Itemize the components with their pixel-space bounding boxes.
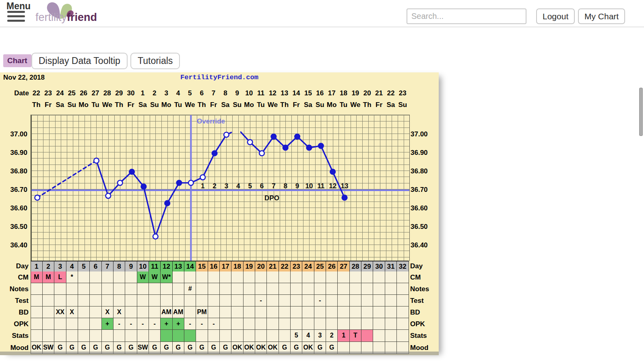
- test-cell[interactable]: [161, 295, 172, 306]
- cm-cell[interactable]: [125, 272, 137, 283]
- cm-cell[interactable]: [244, 272, 255, 283]
- bd-cell[interactable]: X: [102, 306, 114, 318]
- day-cell[interactable]: 4: [66, 261, 78, 272]
- tab-tutorials[interactable]: Tutorials: [130, 53, 180, 69]
- opk-cell[interactable]: [326, 318, 338, 330]
- notes-cell[interactable]: [208, 283, 220, 295]
- bd-cell[interactable]: [78, 306, 90, 318]
- horizontal-scrollbar[interactable]: [0, 352, 439, 355]
- day-cell[interactable]: 25: [314, 261, 326, 272]
- day-cell[interactable]: 17: [220, 261, 231, 272]
- notes-cell[interactable]: [173, 283, 184, 295]
- opk-cell[interactable]: [302, 318, 314, 330]
- stats-cell[interactable]: [137, 330, 149, 342]
- day-cell[interactable]: 12: [161, 261, 172, 272]
- opk-cell[interactable]: -: [196, 318, 208, 330]
- test-cell[interactable]: [208, 295, 220, 306]
- day-cell[interactable]: 7: [102, 261, 114, 272]
- day-cell[interactable]: 24: [302, 261, 314, 272]
- bd-cell[interactable]: [220, 306, 231, 318]
- day-cell[interactable]: 23: [291, 261, 302, 272]
- opk-cell[interactable]: [78, 318, 90, 330]
- stats-cell[interactable]: 4: [302, 330, 314, 342]
- stats-cell[interactable]: [78, 330, 90, 342]
- test-cell[interactable]: [220, 295, 231, 306]
- cm-cell[interactable]: [255, 272, 267, 283]
- opk-cell[interactable]: [31, 318, 43, 330]
- stats-cell[interactable]: [267, 330, 279, 342]
- cm-cell[interactable]: [267, 272, 279, 283]
- cm-cell[interactable]: [231, 272, 243, 283]
- bd-cell[interactable]: [338, 306, 349, 318]
- cm-cell[interactable]: [220, 272, 231, 283]
- notes-cell[interactable]: [361, 283, 373, 295]
- test-cell[interactable]: [173, 295, 184, 306]
- hamburger-menu-icon[interactable]: [7, 11, 25, 24]
- opk-cell[interactable]: [397, 318, 409, 330]
- stats-cell[interactable]: [90, 330, 101, 342]
- notes-cell[interactable]: [66, 283, 78, 295]
- stats-cell[interactable]: [31, 330, 43, 342]
- opk-cell[interactable]: [373, 318, 385, 330]
- cm-cell[interactable]: [373, 272, 385, 283]
- logout-button[interactable]: Logout: [536, 8, 575, 24]
- stats-cell[interactable]: [231, 330, 243, 342]
- cm-cell[interactable]: [397, 272, 409, 283]
- day-cell[interactable]: 18: [231, 261, 243, 272]
- stats-cell[interactable]: [173, 330, 184, 342]
- day-cell[interactable]: 9: [125, 261, 137, 272]
- test-cell[interactable]: [397, 295, 409, 306]
- day-cell[interactable]: 14: [184, 261, 196, 272]
- stats-cell[interactable]: [102, 330, 114, 342]
- stats-cell[interactable]: 3: [314, 330, 326, 342]
- cm-cell[interactable]: [78, 272, 90, 283]
- tab-chart[interactable]: Chart: [3, 54, 31, 67]
- test-cell[interactable]: [350, 295, 361, 306]
- notes-cell[interactable]: [338, 283, 349, 295]
- bd-cell[interactable]: XX: [54, 306, 66, 318]
- stats-cell[interactable]: [125, 330, 137, 342]
- my-chart-button[interactable]: My Chart: [578, 8, 625, 24]
- opk-cell[interactable]: -: [125, 318, 137, 330]
- stats-cell[interactable]: [114, 330, 125, 342]
- stats-cell[interactable]: [361, 330, 373, 342]
- search-input[interactable]: [407, 8, 526, 24]
- stats-cell[interactable]: [54, 330, 66, 342]
- test-cell[interactable]: [66, 295, 78, 306]
- test-cell[interactable]: [279, 295, 291, 306]
- day-cell[interactable]: 11: [149, 261, 161, 272]
- stats-cell[interactable]: [43, 330, 54, 342]
- opk-cell[interactable]: [291, 318, 302, 330]
- test-cell[interactable]: [90, 295, 101, 306]
- bd-cell[interactable]: [137, 306, 149, 318]
- notes-cell[interactable]: [350, 283, 361, 295]
- opk-cell[interactable]: +: [173, 318, 184, 330]
- stats-cell[interactable]: [244, 330, 255, 342]
- bd-cell[interactable]: [43, 306, 54, 318]
- notes-cell[interactable]: [385, 283, 397, 295]
- stats-cell[interactable]: [149, 330, 161, 342]
- cm-cell[interactable]: [173, 272, 184, 283]
- test-cell[interactable]: [326, 295, 338, 306]
- bd-cell[interactable]: [385, 306, 397, 318]
- notes-cell[interactable]: [90, 283, 101, 295]
- bd-cell[interactable]: [302, 306, 314, 318]
- opk-cell[interactable]: [90, 318, 101, 330]
- test-cell[interactable]: [54, 295, 66, 306]
- test-cell[interactable]: [231, 295, 243, 306]
- cm-cell[interactable]: W: [137, 272, 149, 283]
- opk-cell[interactable]: [267, 318, 279, 330]
- opk-cell[interactable]: [279, 318, 291, 330]
- bd-cell[interactable]: [90, 306, 101, 318]
- notes-cell[interactable]: #: [184, 283, 196, 295]
- stats-cell[interactable]: [161, 330, 172, 342]
- bd-cell[interactable]: PM: [196, 306, 208, 318]
- test-cell[interactable]: [385, 295, 397, 306]
- stats-cell[interactable]: T: [350, 330, 361, 342]
- stats-cell[interactable]: [220, 330, 231, 342]
- bd-cell[interactable]: [125, 306, 137, 318]
- cm-cell[interactable]: M: [31, 272, 43, 283]
- opk-cell[interactable]: -: [184, 318, 196, 330]
- opk-cell[interactable]: [54, 318, 66, 330]
- opk-cell[interactable]: +: [161, 318, 172, 330]
